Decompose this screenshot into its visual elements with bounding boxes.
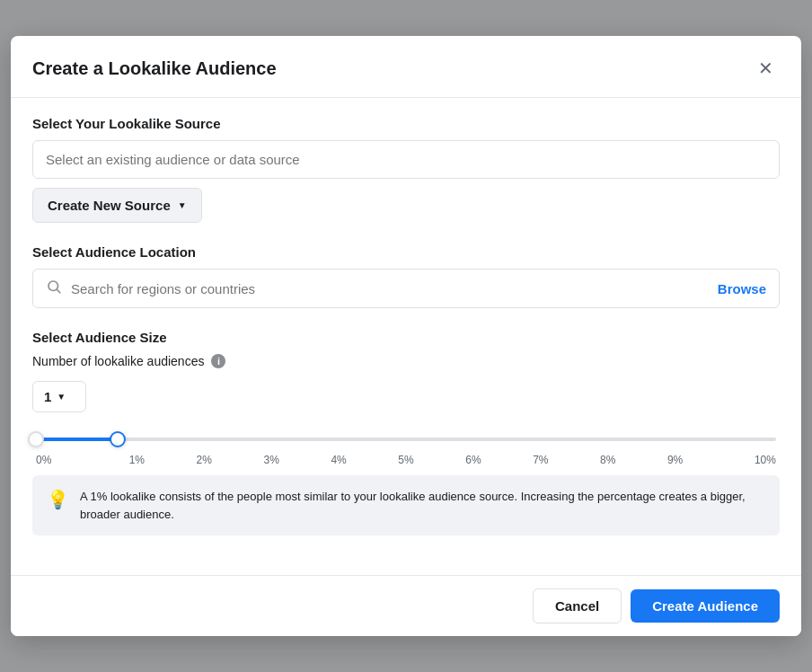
slider-label-3: 3% [238, 454, 305, 466]
create-source-label: Create New Source [48, 198, 171, 213]
slider-track [36, 430, 776, 448]
location-search-wrap: Browse [32, 269, 780, 308]
source-section: Select Your Lookalike Source Create New … [32, 116, 780, 223]
location-section-label: Select Audience Location [32, 244, 780, 260]
close-button[interactable]: ✕ [751, 54, 780, 83]
slider-label-8: 8% [574, 454, 641, 466]
slider-label-7: 7% [507, 454, 574, 466]
modal-title: Create a Lookalike Audience [32, 58, 277, 79]
source-input[interactable] [32, 140, 780, 179]
size-section-label: Select Audience Size [32, 330, 780, 345]
bulb-icon: 💡 [47, 489, 69, 510]
slider-label-0: 0% [36, 454, 103, 466]
search-icon [46, 279, 62, 298]
num-audiences-value: 1 [44, 389, 51, 404]
slider-track-fill [36, 438, 118, 441]
source-section-label: Select Your Lookalike Source [32, 116, 780, 131]
audience-size-slider-container: 0% 1% 2% 3% 4% 5% 6% 7% 8% 9% 10% [32, 430, 780, 466]
modal-body: Select Your Lookalike Source Create New … [11, 98, 801, 575]
num-audiences-label: Number of lookalike audiences [32, 354, 204, 368]
info-box-text: A 1% lookalike consists of the people mo… [80, 488, 765, 523]
slider-thumb-left[interactable] [28, 431, 44, 447]
create-audience-button[interactable]: Create Audience [631, 589, 780, 623]
num-audiences-row: Number of lookalike audiences i [32, 354, 780, 368]
num-audiences-select[interactable]: 1 ▼ [32, 381, 86, 412]
slider-label-1: 1% [103, 454, 171, 466]
location-search-input[interactable] [71, 281, 718, 296]
modal-header: Create a Lookalike Audience ✕ [11, 36, 801, 98]
size-section: Select Audience Size Number of lookalike… [32, 330, 780, 535]
num-audiences-chevron-icon: ▼ [57, 392, 66, 402]
modal-overlay: Create a Lookalike Audience ✕ Select You… [0, 0, 812, 672]
slider-thumb-right[interactable] [110, 431, 126, 447]
create-new-source-button[interactable]: Create New Source ▼ [32, 188, 202, 223]
modal-footer: Cancel Create Audience [11, 575, 801, 636]
slider-labels: 0% 1% 2% 3% 4% 5% 6% 7% 8% 9% 10% [36, 454, 776, 466]
info-box: 💡 A 1% lookalike consists of the people … [32, 475, 780, 535]
close-icon: ✕ [758, 57, 773, 79]
slider-label-10: 10% [709, 454, 776, 466]
browse-button[interactable]: Browse [718, 281, 766, 296]
slider-label-9: 9% [641, 454, 709, 466]
info-icon: i [211, 354, 225, 368]
slider-label-2: 2% [171, 454, 238, 466]
slider-track-bg [36, 438, 776, 441]
svg-line-1 [57, 289, 59, 292]
slider-label-5: 5% [373, 454, 440, 466]
cancel-button[interactable]: Cancel [533, 588, 622, 623]
slider-label-4: 4% [305, 454, 373, 466]
create-source-chevron-icon: ▼ [178, 200, 187, 210]
modal-dialog: Create a Lookalike Audience ✕ Select You… [11, 36, 801, 636]
location-section: Select Audience Location Browse [32, 244, 780, 308]
slider-label-6: 6% [439, 454, 507, 466]
